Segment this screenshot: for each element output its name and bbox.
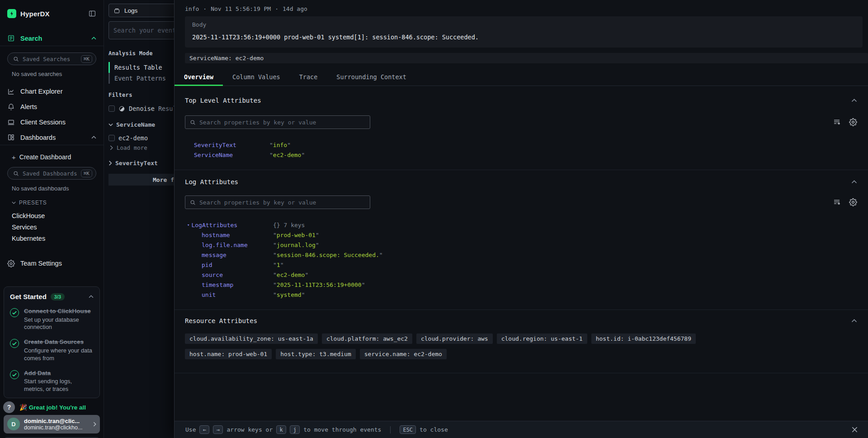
attribute-key[interactable]: hostname: [185, 232, 273, 238]
sidebar-item-label: Alerts: [20, 103, 37, 110]
shortcut-badge: ⌘K: [81, 55, 92, 63]
checkbox[interactable]: [108, 135, 115, 141]
sidebar-item-dashboards[interactable]: Dashboards: [0, 130, 104, 145]
chevron-right-icon: [93, 422, 96, 427]
service-name-chip[interactable]: ServiceName: ec2-demo: [185, 53, 868, 63]
attribute-tree-root[interactable]: ▾LogAttributes {} 7 keys: [185, 220, 857, 230]
attribute-key[interactable]: SeverityText: [185, 142, 269, 148]
attribute-value[interactable]: 2025-11-11T23:56:19+0000: [273, 281, 365, 288]
arrow-right-key: →: [213, 425, 223, 434]
resource-chip[interactable]: host.type: t3.medium: [276, 349, 356, 359]
sidebar: HyperDX Search ⌘K No saved searches Char…: [0, 0, 104, 438]
tab-overview[interactable]: Overview: [175, 70, 223, 86]
attribute-value[interactable]: prod-web-01: [273, 232, 319, 238]
property-search-input[interactable]: [199, 199, 365, 206]
get-started-step[interactable]: Create Data Sources Configure where your…: [10, 338, 94, 362]
attribute-value[interactable]: systemd: [273, 291, 305, 298]
sidebar-item-search[interactable]: Search: [0, 31, 104, 46]
attribute-row: source ec2-demo: [185, 270, 857, 280]
create-dashboard-button[interactable]: + Create Dashboard: [0, 150, 104, 164]
resource-chip[interactable]: cloud.provider: aws: [416, 333, 493, 344]
sidebar-item-alerts[interactable]: Alerts: [0, 99, 104, 114]
saved-searches-input[interactable]: ⌘K: [7, 52, 96, 65]
tab-column-values[interactable]: Column Values: [223, 70, 290, 86]
sidebar-item-chart-explorer[interactable]: Chart Explorer: [0, 84, 104, 99]
attribute-key[interactable]: message: [185, 252, 273, 258]
attribute-key[interactable]: LogAttributes: [191, 222, 237, 229]
get-started-progress-badge: 3/3: [51, 293, 65, 300]
tab-trace[interactable]: Trace: [290, 70, 327, 86]
k-key: k: [276, 425, 286, 434]
get-started-card: Get Started 3/3 Connect to ClickHouse Se…: [4, 286, 100, 398]
preset-clickhouse[interactable]: ClickHouse: [0, 210, 104, 221]
preset-kubernetes[interactable]: Kubernetes: [0, 233, 104, 244]
wrap-lines-icon[interactable]: [833, 198, 841, 206]
help-button[interactable]: ?: [3, 401, 15, 413]
dot-separator: ·: [203, 5, 207, 12]
section-top-level-attributes: Top Level Attributes SeverityText info: [175, 86, 868, 170]
collapse-section-icon[interactable]: [851, 99, 857, 102]
attribute-value[interactable]: ec2-demo: [269, 152, 305, 158]
get-started-step[interactable]: Add Data Start sending logs, metrics, or…: [10, 369, 94, 393]
sidebar-item-client-sessions[interactable]: Client Sessions: [0, 114, 104, 130]
attribute-value[interactable]: ec2-demo: [273, 271, 308, 278]
attribute-value[interactable]: journal.log: [273, 242, 319, 248]
attribute-key[interactable]: unit: [185, 291, 273, 298]
event-header: info · Nov 11 5:56:19 PM · 14d ago: [175, 0, 868, 12]
section-title: Log Attributes: [185, 178, 238, 186]
attribute-value[interactable]: info: [269, 142, 291, 148]
tab-surrounding-context[interactable]: Surrounding Context: [327, 70, 415, 86]
app-header: HyperDX: [0, 0, 104, 20]
chevron-up-icon[interactable]: [89, 295, 94, 298]
attribute-value[interactable]: session-846.scope: Succeeded.: [273, 252, 383, 258]
preset-services[interactable]: Services: [0, 221, 104, 233]
resource-chip[interactable]: cloud.region: us-east-1: [497, 333, 587, 344]
presets-toggle[interactable]: PRESETS: [12, 198, 104, 207]
property-search-input[interactable]: [199, 119, 365, 126]
attribute-key[interactable]: source: [185, 271, 273, 278]
gear-icon[interactable]: [849, 118, 857, 126]
chevron-up-icon[interactable]: [91, 136, 96, 139]
collapse-section-icon[interactable]: [851, 180, 857, 184]
wrap-lines-icon[interactable]: [833, 118, 841, 126]
check-circle-icon: [10, 339, 19, 348]
attribute-key[interactable]: ServiceName: [185, 152, 269, 158]
saved-searches-field[interactable]: [23, 56, 77, 62]
collapse-sidebar-icon[interactable]: [88, 10, 96, 18]
attribute-row: timestamp 2025-11-11T23:56:19+0000: [185, 280, 857, 290]
filter-group-label: ServiceName: [116, 121, 155, 128]
attribute-key[interactable]: timestamp: [185, 281, 273, 288]
saved-dashboards-input[interactable]: ⌘K: [7, 167, 96, 180]
user-account-button[interactable]: D dominic.tran@clic... dominic.tran@clic…: [4, 415, 100, 433]
attribute-key[interactable]: log.file.name: [185, 242, 273, 248]
gear-icon[interactable]: [849, 198, 857, 206]
property-search-box[interactable]: [185, 195, 370, 209]
sidebar-item-team-settings[interactable]: Team Settings: [0, 256, 104, 271]
step-title: Create Data Sources: [24, 338, 94, 346]
expander-triangle-icon[interactable]: ▾: [187, 223, 189, 227]
esc-key: ESC: [400, 425, 416, 434]
create-dashboard-label: Create Dashboard: [19, 153, 71, 161]
source-selector-button[interactable]: Logs: [108, 4, 176, 17]
event-timestamp: Nov 11 5:56:19 PM: [211, 5, 271, 12]
resource-chip[interactable]: host.id: i-0abc123def456789: [591, 333, 696, 344]
attribute-row: unit systemd: [185, 290, 857, 300]
get-started-step[interactable]: Connect to ClickHouse Set up your databa…: [10, 307, 94, 331]
checkbox[interactable]: [108, 105, 115, 112]
close-drawer-icon[interactable]: [851, 426, 858, 433]
attribute-key[interactable]: pid: [185, 262, 273, 268]
chevron-up-icon[interactable]: [91, 37, 96, 40]
saved-dashboards-field[interactable]: [23, 170, 77, 177]
attribute-value[interactable]: 1: [273, 262, 283, 268]
resource-chip[interactable]: host.name: prod-web-01: [185, 349, 272, 359]
chevron-right-icon: [109, 145, 113, 150]
collapse-section-icon[interactable]: [851, 319, 857, 323]
body-card: Body 2025-11-11T23:56:19+0000 prod-web-0…: [185, 16, 863, 48]
step-title: Connect to ClickHouse: [24, 307, 94, 315]
chevron-down-icon: [108, 123, 113, 126]
resource-chip[interactable]: cloud.availability_zone: us-east-1a: [185, 333, 318, 344]
keys-count-meta: {} 7 keys: [273, 222, 305, 229]
resource-chip[interactable]: service.name: ec2-demo: [360, 349, 447, 359]
resource-chip[interactable]: cloud.platform: aws_ec2: [322, 333, 412, 344]
property-search-box[interactable]: [185, 115, 370, 129]
